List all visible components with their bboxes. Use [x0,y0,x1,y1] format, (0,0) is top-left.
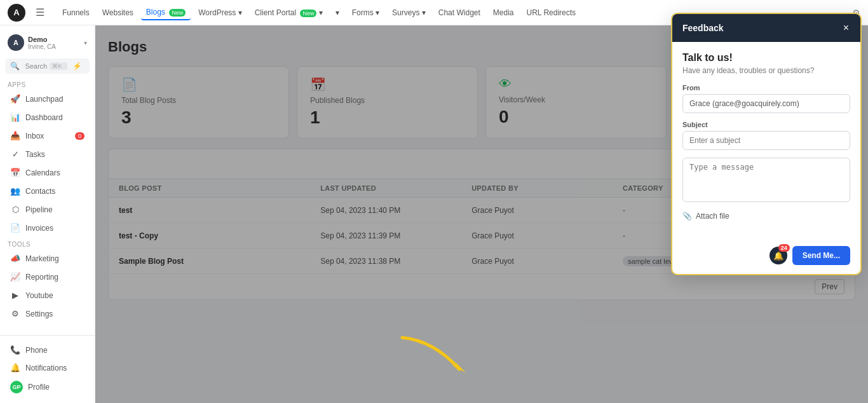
demo-name: Demo [28,36,56,43]
profile-label: Profile [28,383,50,392]
sidebar-item-profile[interactable]: GP Profile [3,377,92,397]
sidebar-item-invoices[interactable]: 📄 Invoices [3,219,92,236]
notifications-icon: 🔔 [10,363,20,372]
sidebar-item-inbox[interactable]: 📥 Inbox 0 [3,127,92,144]
send-message-button[interactable]: Send Me... [792,246,850,265]
feedback-subtitle: Have any ideas, troubles or questions? [682,66,850,75]
reporting-label: Reporting [25,273,58,282]
phone-icon: 📞 [10,345,20,355]
feedback-talk-title: Talk to us! [682,52,850,64]
sidebar-item-reporting[interactable]: 📈 Reporting [3,268,92,285]
notification-count: 24 [778,244,790,252]
sidebar-item-tasks[interactable]: ✓ Tasks [3,146,92,163]
sidebar-demo-info: A Demo Irvine, CA ▾ [0,31,95,55]
apps-section-label: Apps [0,78,95,90]
subject-label: Subject [682,121,850,128]
search-label: Search [25,62,47,70]
nav-blogs[interactable]: Blogs New [141,5,191,20]
portal-new-badge: New [300,10,316,17]
sidebar-item-calendars[interactable]: 📅 Calendars [3,164,92,181]
search-icon: 🔍 [10,62,22,71]
nav-menu: Funnels Websites Blogs New WordPress ▾ C… [57,5,581,20]
lightning-icon: ⚡ [72,62,85,71]
sidebar-item-youtube[interactable]: ▶ Youtube [3,287,92,304]
nav-wordpress[interactable]: WordPress ▾ [193,6,247,20]
tasks-icon: ✓ [10,149,20,159]
nav-url-redirects[interactable]: URL Redirects [522,6,581,20]
settings-icon: ⚙ [10,309,20,318]
calendars-icon: 📅 [10,168,20,177]
nav-client-portal[interactable]: Client Portal New ▾ [250,6,328,20]
dashboard-icon: 📊 [10,113,20,122]
sidebar-item-pipeline[interactable]: ⬡ Pipeline [3,201,92,218]
tools-section-label: Tools [0,237,95,249]
launchpad-label: Launchpad [25,95,63,104]
inbox-label: Inbox [25,132,44,140]
feedback-close-button[interactable]: × [842,23,850,33]
profile-avatar: GP [10,381,23,393]
blogs-new-badge: New [169,9,186,17]
inbox-badge: 0 [75,132,85,140]
launchpad-icon: 🚀 [10,94,20,104]
subject-input[interactable] [682,131,850,150]
inbox-icon: 📥 [10,131,20,140]
pipeline-label: Pipeline [25,205,53,214]
nav-extra-dropdown[interactable]: ▾ [330,6,344,20]
paperclip-icon: 📎 [682,212,692,221]
sidebar-search[interactable]: 🔍 Search ⌘K ⚡ [5,58,90,74]
marketing-icon: 📣 [10,254,20,263]
tasks-label: Tasks [25,150,45,159]
calendars-label: Calendars [25,168,60,177]
youtube-icon: ▶ [10,290,20,300]
sidebar-item-dashboard[interactable]: 📊 Dashboard [3,109,92,126]
nav-media[interactable]: Media [488,6,519,20]
sidebar: A Demo Irvine, CA ▾ 🔍 Search ⌘K ⚡ Apps 🚀… [0,25,95,403]
notifications-label: Notifications [25,364,67,372]
hamburger-icon[interactable]: ☰ [36,6,44,18]
sidebar-item-marketing[interactable]: 📣 Marketing [3,250,92,267]
dashboard-label: Dashboard [25,113,63,122]
demo-dropdown-icon[interactable]: ▾ [84,39,87,46]
sidebar-item-settings[interactable]: ⚙ Settings [3,305,92,322]
demo-details: Demo Irvine, CA [28,36,56,50]
youtube-label: Youtube [25,291,53,300]
message-textarea[interactable] [682,158,850,202]
search-shortcut: ⌘K [50,62,67,70]
feedback-panel: Feedback × Talk to us! Have any ideas, t… [671,13,862,275]
feedback-body: Talk to us! Have any ideas, troubles or … [672,42,860,240]
bell-icon: 🔔 [773,251,783,261]
nav-forms[interactable]: Forms ▾ [347,6,384,20]
sidebar-item-phone[interactable]: 📞 Phone [3,341,92,359]
invoices-icon: 📄 [10,223,20,233]
from-label: From [682,84,850,92]
contacts-label: Contacts [25,187,55,196]
demo-location: Irvine, CA [28,43,56,50]
from-input[interactable] [682,94,850,113]
demo-avatar: A [8,34,24,51]
invoices-label: Invoices [25,224,53,233]
settings-label: Settings [25,310,53,318]
nav-websites[interactable]: Websites [97,6,139,20]
app-logo: A [8,4,25,22]
phone-label: Phone [25,346,48,355]
marketing-label: Marketing [25,254,59,263]
notification-badge[interactable]: 🔔 24 [770,247,787,264]
sidebar-item-launchpad[interactable]: 🚀 Launchpad [3,90,92,107]
sidebar-item-notifications[interactable]: 🔔 Notifications [3,359,92,376]
feedback-footer: 🔔 24 Send Me... [672,240,860,274]
sidebar-item-contacts[interactable]: 👥 Contacts [3,182,92,200]
feedback-panel-title: Feedback [682,23,724,33]
attach-label: Attach file [696,212,729,221]
nav-chat-widget[interactable]: Chat Widget [433,6,485,20]
attach-file-button[interactable]: 📎 Attach file [682,212,850,221]
pipeline-icon: ⬡ [10,205,20,214]
contacts-icon: 👥 [10,186,20,196]
feedback-panel-header: Feedback × [672,14,860,42]
nav-surveys[interactable]: Surveys ▾ [387,6,431,20]
reporting-icon: 📈 [10,272,20,282]
sidebar-bottom: 📞 Phone 🔔 Notifications GP Profile [0,335,95,398]
nav-funnels[interactable]: Funnels [57,6,95,20]
